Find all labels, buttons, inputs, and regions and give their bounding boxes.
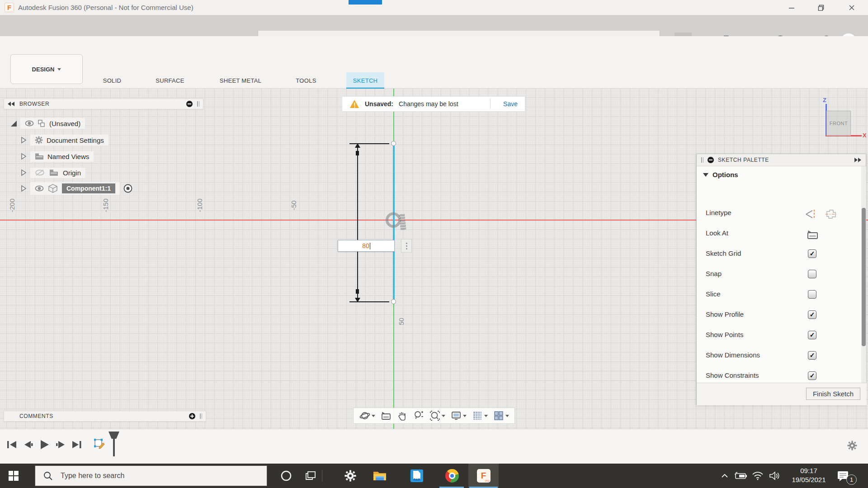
construction-linetype-button[interactable] — [804, 209, 817, 220]
taskbar-clock[interactable]: 09:17 19/05/2021 — [782, 466, 835, 484]
timeline-settings-button[interactable] — [847, 441, 857, 450]
panel-grip[interactable] — [701, 157, 703, 163]
winrar-button[interactable]: RAR — [406, 464, 428, 488]
ribbon-tab-tools[interactable]: TOOLS — [296, 76, 316, 86]
collapsed-arrow-icon[interactable] — [21, 153, 27, 160]
battery-tray-icon[interactable] — [732, 464, 749, 488]
fit-button[interactable] — [428, 410, 447, 421]
title-bar: F Autodesk Fusion 360 (Personal - Not fo… — [0, 0, 868, 15]
save-link[interactable]: Save — [496, 100, 525, 108]
task-view-button[interactable] — [300, 464, 322, 488]
step-forward-icon — [56, 440, 66, 449]
tray-expand-button[interactable] — [718, 464, 731, 488]
section-expanded-icon — [703, 173, 708, 177]
volume-tray-icon[interactable] — [767, 464, 783, 488]
sketch-endpoint[interactable] — [391, 299, 396, 304]
show-constraints-checkbox[interactable] — [808, 371, 816, 380]
file-explorer-button[interactable] — [369, 464, 391, 488]
show-profile-checkbox[interactable] — [808, 310, 816, 319]
browser-panel-header[interactable]: BROWSER — [4, 99, 203, 109]
palette-footer: Finish Sketch — [697, 383, 867, 405]
ribbon-tab-sheet-metal[interactable]: SHEET METAL — [220, 76, 261, 86]
centerline-linetype-button[interactable] — [825, 209, 837, 220]
collapsed-arrow-icon[interactable] — [21, 185, 27, 192]
look-at-button[interactable] — [379, 410, 393, 421]
sketch-palette-body: Options Linetype — [697, 166, 861, 383]
x-tick-label: -150 — [102, 192, 109, 219]
activate-component-radio-icon[interactable] — [123, 184, 132, 193]
add-comment-icon[interactable] — [189, 413, 195, 419]
browser-item-component[interactable]: Component1:1 — [21, 182, 132, 195]
panel-grip[interactable] — [197, 101, 199, 107]
chrome-button[interactable] — [441, 464, 463, 488]
panel-grip[interactable] — [200, 413, 202, 419]
taskbar-search-input[interactable]: Type here to search — [35, 465, 267, 486]
viewports-button[interactable] — [492, 410, 510, 421]
restore-button[interactable] — [814, 1, 828, 14]
minimize-button[interactable] — [784, 1, 799, 14]
ribbon-tab-surface[interactable]: SURFACE — [156, 76, 184, 86]
slice-checkbox[interactable] — [808, 290, 816, 299]
ribbon-tab-sketch[interactable]: SKETCH — [353, 76, 378, 86]
snap-checkbox[interactable] — [808, 270, 816, 278]
timeline-step-back-button[interactable] — [22, 439, 34, 450]
viewcube[interactable]: FRONT — [826, 111, 851, 136]
eye-icon[interactable] — [25, 120, 34, 127]
browser-item-named-views[interactable]: Named Views — [21, 150, 94, 163]
browser-item-root[interactable]: (Unsaved) — [11, 117, 85, 130]
finish-sketch-footer-button[interactable]: Finish Sketch — [806, 388, 860, 400]
skip-end-icon — [72, 440, 82, 449]
timeline-skip-start-button[interactable] — [6, 439, 18, 450]
dimension-value-input[interactable]: 80 — [338, 240, 395, 252]
minimize-panel-icon[interactable] — [186, 101, 193, 107]
options-section-header[interactable]: Options — [703, 171, 738, 178]
ribbon-tab-solid[interactable]: SOLID — [103, 76, 122, 86]
eye-icon[interactable] — [35, 185, 44, 192]
palette-scrollbar[interactable] — [861, 166, 866, 383]
show-dimensions-checkbox[interactable] — [808, 351, 816, 360]
scrollbar-thumb[interactable] — [862, 208, 866, 346]
component-cube-icon — [48, 184, 57, 193]
show-points-checkbox[interactable] — [808, 331, 816, 339]
orbit-button[interactable] — [358, 410, 377, 421]
wifi-tray-icon[interactable] — [750, 464, 766, 488]
browser-item-label-selected[interactable]: Component1:1 — [62, 183, 115, 193]
collapsed-arrow-icon[interactable] — [21, 169, 27, 176]
eye-hidden-icon[interactable] — [35, 169, 45, 176]
close-button[interactable] — [844, 1, 859, 14]
zoom-icon — [413, 410, 424, 421]
look-at-button[interactable] — [807, 229, 819, 240]
display-settings-button[interactable] — [449, 410, 468, 421]
browser-item-origin[interactable]: Origin — [21, 166, 85, 179]
sketch-palette-header[interactable]: SKETCH PALETTE — [697, 154, 866, 166]
grid-snap-button[interactable] — [471, 410, 489, 421]
close-icon — [849, 5, 855, 11]
battery-charging-icon — [734, 472, 747, 480]
timeline-sketch-feature[interactable] — [93, 438, 105, 450]
timeline-play-button[interactable] — [38, 439, 50, 450]
minimize-panel-icon[interactable] — [708, 157, 714, 163]
sketch-canvas[interactable]: -200 -150 -100 -50 50 80 FRONT Z X — [0, 89, 868, 429]
fusion360-taskbar-button[interactable]: F 360 — [468, 464, 499, 488]
start-button[interactable] — [0, 464, 27, 488]
cortana-button[interactable] — [275, 464, 297, 488]
timeline-skip-end-button[interactable] — [71, 439, 83, 450]
collapsed-arrow-icon[interactable] — [21, 136, 27, 144]
collapse-palette-icon[interactable] — [854, 158, 861, 162]
timeline-marker-head[interactable] — [108, 432, 119, 439]
browser-item-document-settings[interactable]: Document Settings — [21, 133, 108, 147]
expanded-arrow-icon[interactable] — [11, 121, 17, 127]
fusion360-window: F Autodesk Fusion 360 (Personal - Not fo… — [0, 0, 868, 488]
sketch-endpoint[interactable] — [391, 141, 396, 146]
pan-button[interactable] — [396, 410, 409, 421]
timeline-step-forward-button[interactable] — [55, 439, 66, 450]
dimension-options-menu[interactable] — [401, 239, 412, 253]
workspace-switcher[interactable]: DESIGN — [10, 54, 83, 84]
timeline-marker-stem[interactable] — [113, 438, 115, 456]
settings-taskbar-button[interactable] — [340, 464, 361, 488]
collapse-browser-icon[interactable] — [8, 102, 15, 106]
sketch-grid-checkbox[interactable] — [808, 249, 816, 258]
gear-icon — [847, 441, 857, 450]
comments-panel-header[interactable]: COMMENTS — [4, 411, 206, 422]
zoom-button[interactable] — [412, 410, 425, 421]
